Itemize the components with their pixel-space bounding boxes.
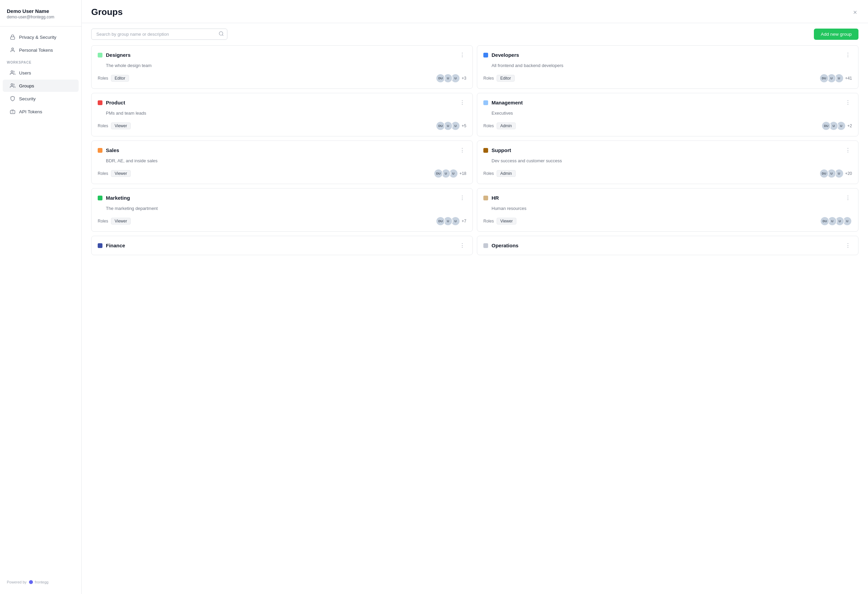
role-badge: Viewer: [111, 170, 131, 177]
group-name: Finance: [106, 243, 125, 248]
roles-row: Roles Admin: [483, 122, 516, 129]
group-name-row: Sales: [98, 147, 119, 153]
group-name-row: Support: [483, 147, 511, 153]
svg-point-1: [12, 48, 13, 50]
avatars-row: DUUU +5: [436, 121, 466, 131]
group-name-row: Designers: [98, 52, 131, 58]
sidebar-footer: Powered by frontegg: [0, 576, 81, 588]
main-content: Groups × Add new group Designers ⋮ The w…: [82, 0, 868, 594]
avatars-row: DUUU +20: [819, 169, 852, 178]
group-card: Marketing ⋮ The marketing department Rol…: [91, 188, 473, 232]
roles-row: Roles Viewer: [98, 122, 131, 129]
group-color-dot: [98, 100, 102, 105]
sidebar-item-privacy-security[interactable]: Privacy & Security: [3, 31, 79, 43]
search-input[interactable]: [91, 29, 227, 40]
more-menu-button[interactable]: ⋮: [458, 146, 466, 154]
avatars-row: DUUU +18: [434, 169, 466, 178]
group-card: Developers ⋮ All frontend and backend de…: [477, 45, 858, 89]
more-menu-button[interactable]: ⋮: [844, 51, 852, 59]
group-footer: Roles Editor DUUU +41: [483, 74, 852, 83]
group-description: Dev success and customer success: [483, 158, 852, 163]
group-color-dot: [98, 148, 102, 153]
sidebar-item-groups[interactable]: Groups: [3, 80, 79, 92]
group-card-header: Support ⋮: [483, 146, 852, 154]
role-badge: Editor: [111, 75, 129, 82]
roles-row: Roles Viewer: [98, 170, 131, 177]
group-color-dot: [98, 196, 102, 200]
roles-label: Roles: [98, 219, 108, 224]
sidebar-item-security[interactable]: Security: [3, 93, 79, 105]
powered-by-label: Powered by: [7, 580, 27, 584]
sidebar-item-api-tokens[interactable]: API Tokens: [3, 105, 79, 118]
group-card: Designers ⋮ The whole design team Roles …: [91, 45, 473, 89]
roles-label: Roles: [483, 76, 494, 81]
sidebar-item-users[interactable]: Users: [3, 67, 79, 79]
sidebar-item-label: Users: [19, 71, 31, 75]
avatars-row: DUUUU: [820, 217, 852, 226]
group-name: Product: [106, 100, 125, 105]
role-badge: Viewer: [111, 218, 131, 224]
more-menu-button[interactable]: ⋮: [458, 51, 466, 59]
more-menu-button[interactable]: ⋮: [844, 194, 852, 202]
avatars-row: DUUU +41: [819, 74, 852, 83]
group-card-header: Marketing ⋮: [98, 194, 466, 202]
api-icon: [10, 109, 16, 115]
sidebar-item-personal-tokens[interactable]: Personal Tokens: [3, 44, 79, 56]
more-menu-button[interactable]: ⋮: [458, 99, 466, 106]
groups-icon: [10, 83, 16, 89]
roles-label: Roles: [98, 171, 108, 176]
group-name-row: Management: [483, 100, 523, 105]
user-profile: Demo User Name demo-user@frontegg.com: [0, 8, 81, 27]
more-menu-button[interactable]: ⋮: [844, 99, 852, 106]
group-name-row: HR: [483, 195, 499, 201]
group-card: Management ⋮ Executives Roles Admin DUUU…: [477, 93, 858, 136]
search-wrapper: [91, 29, 227, 40]
group-card-header: Operations ⋮: [483, 242, 852, 249]
group-footer: Roles Viewer DUUU +5: [98, 121, 466, 131]
group-card: Product ⋮ PMs and team leads Roles Viewe…: [91, 93, 473, 136]
role-badge: Admin: [497, 122, 516, 129]
avatar-count: +5: [462, 124, 466, 128]
group-card-header: Designers ⋮: [98, 51, 466, 59]
group-name: Developers: [492, 52, 519, 58]
group-footer: Roles Admin DUUU +20: [483, 169, 852, 178]
avatars-row: DUUU +7: [436, 217, 466, 226]
group-description: PMs and team leads: [98, 111, 466, 116]
group-description: The marketing department: [98, 206, 466, 211]
group-name: HR: [492, 195, 499, 201]
avatar: DU: [436, 217, 445, 226]
toolbar: Add new group: [82, 23, 868, 45]
group-name-row: Marketing: [98, 195, 130, 201]
group-card: Support ⋮ Dev success and customer succe…: [477, 140, 858, 184]
group-color-dot: [483, 148, 488, 153]
group-footer: Roles Editor DUUU +3: [98, 74, 466, 83]
group-description: Executives: [483, 111, 852, 116]
group-name: Sales: [106, 147, 119, 153]
group-name-row: Finance: [98, 243, 125, 248]
group-description: The whole design team: [98, 63, 466, 68]
avatar-count: +2: [847, 124, 852, 128]
person-icon: [10, 47, 16, 53]
sidebar-item-label: Groups: [19, 83, 34, 88]
avatar: DU: [821, 121, 831, 131]
avatars-row: DUUU +2: [821, 121, 852, 131]
svg-point-6: [29, 580, 33, 584]
add-new-group-button[interactable]: Add new group: [814, 29, 858, 40]
group-card-header: Product ⋮: [98, 99, 466, 106]
roles-label: Roles: [483, 219, 494, 224]
users-icon: [10, 70, 16, 76]
more-menu-button[interactable]: ⋮: [844, 242, 852, 249]
shield-icon: [10, 96, 16, 102]
roles-row: Roles Editor: [483, 75, 515, 82]
svg-point-7: [219, 32, 223, 35]
group-color-dot: [483, 243, 488, 248]
more-menu-button[interactable]: ⋮: [844, 146, 852, 154]
sidebar-item-label: Security: [19, 96, 36, 102]
roles-row: Roles Admin: [483, 170, 516, 177]
roles-label: Roles: [483, 171, 494, 176]
close-button[interactable]: ×: [852, 7, 858, 17]
group-name-row: Developers: [483, 52, 519, 58]
avatar-count: +7: [462, 219, 466, 224]
more-menu-button[interactable]: ⋮: [458, 242, 466, 249]
more-menu-button[interactable]: ⋮: [458, 194, 466, 202]
